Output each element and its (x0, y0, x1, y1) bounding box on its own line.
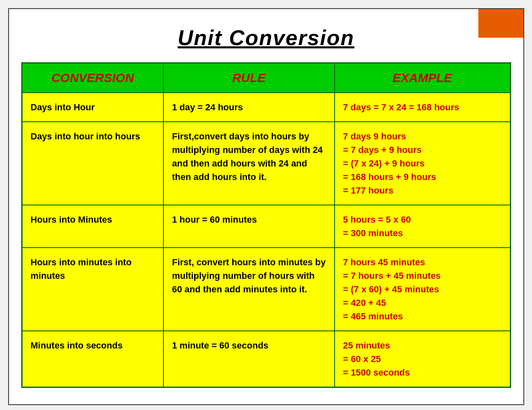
cell-conversion: Hours into Minutes (22, 205, 163, 248)
cell-conversion: Minutes into seconds (22, 331, 163, 387)
cell-example: 7 days = 7 x 24 = 168 hours (335, 93, 510, 122)
page-title: Unit Conversion (21, 25, 511, 50)
cell-conversion: Hours into minutes into minutes (22, 248, 163, 331)
header-example: EXAMPLE (335, 63, 510, 93)
cell-rule: First, convert hours into minutes by mul… (163, 248, 335, 331)
conversion-table: CONVERSION RULE EXAMPLE Days into Hour1 … (21, 62, 511, 388)
table-row: Hours into Minutes1 hour = 60 minutes5 h… (22, 205, 510, 248)
cell-rule: 1 hour = 60 minutes (163, 205, 335, 248)
cell-rule: 1 day = 24 hours (163, 93, 335, 122)
orange-corner-decoration (478, 9, 523, 38)
cell-rule: First,convert days into hours by multipl… (163, 122, 335, 205)
table-row: Hours into minutes into minutesFirst, co… (22, 248, 510, 331)
table-header-row: CONVERSION RULE EXAMPLE (22, 63, 510, 93)
cell-example: 25 minutes= 60 x 25= 1500 seconds (335, 331, 510, 387)
cell-example: 5 hours = 5 x 60= 300 minutes (335, 205, 510, 248)
cell-example: 7 hours 45 minutes= 7 hours + 45 minutes… (335, 248, 510, 331)
table-row: Days into Hour1 day = 24 hours7 days = 7… (22, 93, 510, 122)
page-container: Unit Conversion CONVERSION RULE EXAMPLE … (8, 8, 524, 405)
header-conversion: CONVERSION (22, 63, 163, 93)
cell-conversion: Days into Hour (22, 93, 163, 122)
table-row: Minutes into seconds1 minute = 60 second… (22, 331, 510, 387)
table-row: Days into hour into hoursFirst,convert d… (22, 122, 510, 205)
cell-rule: 1 minute = 60 seconds (163, 331, 335, 387)
cell-example: 7 days 9 hours= 7 days + 9 hours= (7 x 2… (335, 122, 510, 205)
header-rule: RULE (163, 63, 335, 93)
cell-conversion: Days into hour into hours (22, 122, 163, 205)
